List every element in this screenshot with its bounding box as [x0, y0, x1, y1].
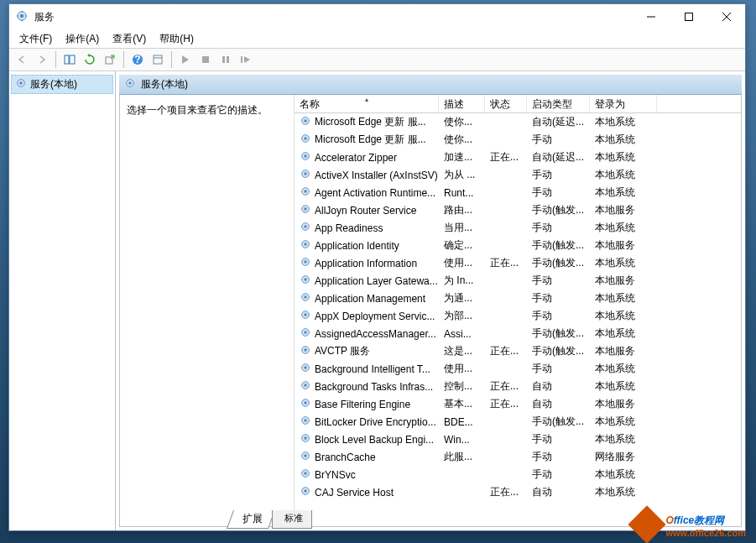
help-button[interactable]: ? [128, 50, 147, 69]
service-row[interactable]: Application Layer Gatewa...为 In...手动本地服务 [295, 272, 741, 290]
service-name: Application Layer Gatewa... [315, 275, 438, 287]
gear-icon [300, 397, 311, 411]
service-rows[interactable]: Microsoft Edge 更新 服...使你...自动(延迟...本地系统M… [295, 113, 741, 526]
service-name: Block Level Backup Engi... [315, 434, 434, 446]
service-desc: 使用... [439, 362, 485, 376]
service-startup: 手动(触发... [527, 415, 590, 429]
service-logon: 本地系统 [590, 415, 657, 429]
col-logon[interactable]: 登录为 [590, 95, 657, 112]
svg-point-26 [304, 119, 307, 123]
service-desc: 当用... [439, 221, 485, 235]
services-window: 服务 文件(F) 操作(A) 查看(V) 帮助(H) ? 服务(本地) [8, 3, 746, 531]
service-row[interactable]: BitLocker Drive Encryptio...BDE...手动(触发.… [295, 413, 741, 431]
gear-icon [300, 344, 311, 358]
service-logon: 本地服务 [590, 344, 657, 358]
service-desc: 使用... [439, 256, 485, 270]
service-status: 正在... [485, 150, 527, 164]
service-logon: 本地服务 [590, 238, 657, 253]
service-row[interactable]: BrYNSvc手动本地系统 [295, 466, 741, 483]
tab-extended[interactable]: 扩展 [227, 510, 275, 529]
service-desc: 路由... [439, 203, 485, 217]
service-row[interactable]: Background Intelligent T...使用...手动本地系统 [295, 360, 741, 378]
service-startup: 手动 [527, 133, 590, 147]
service-name: Application Information [315, 258, 417, 269]
svg-point-58 [304, 401, 307, 405]
show-hide-tree-button[interactable] [60, 50, 79, 69]
service-name: Background Intelligent T... [315, 363, 430, 375]
tab-standard[interactable]: 标准 [272, 510, 312, 529]
restart-service-button[interactable] [237, 50, 255, 69]
gear-icon [300, 467, 311, 482]
service-row[interactable]: Accelerator Zipper加速...正在...自动(延迟...本地系统 [295, 149, 741, 166]
detail-header-title: 服务(本地) [141, 77, 188, 91]
service-startup: 手动 [527, 432, 590, 446]
service-desc: Runt... [439, 187, 485, 199]
properties-button[interactable] [149, 50, 167, 69]
gear-icon [300, 274, 311, 288]
service-name: Accelerator Zipper [315, 152, 397, 164]
start-service-button[interactable] [176, 50, 195, 69]
service-desc: 加速... [439, 150, 485, 164]
service-row[interactable]: Agent Activation Runtime...Runt...手动本地系统 [295, 184, 741, 201]
gear-icon [300, 221, 311, 235]
service-row[interactable]: Microsoft Edge 更新 服...使你...手动本地系统 [295, 131, 741, 149]
service-name: BranchCache [315, 452, 376, 463]
col-desc[interactable]: 描述 [439, 95, 485, 112]
tab-extended-label: 扩展 [242, 512, 263, 526]
menu-action[interactable]: 操作(A) [59, 30, 106, 48]
minimize-button[interactable] [632, 5, 670, 29]
svg-point-34 [304, 190, 307, 193]
back-button[interactable] [13, 50, 31, 69]
menu-help[interactable]: 帮助(H) [153, 30, 201, 48]
service-row[interactable]: App Readiness当用...手动本地系统 [295, 219, 741, 237]
service-startup: 手动 [527, 309, 590, 323]
service-row[interactable]: Application Management为通...手动本地系统 [295, 290, 741, 307]
svg-point-56 [304, 384, 307, 387]
watermark-logo [628, 505, 666, 543]
maximize-button[interactable] [670, 5, 707, 29]
pause-service-button[interactable] [216, 50, 235, 69]
service-row[interactable]: AppX Deployment Servic...为部...手动本地系统 [295, 307, 741, 325]
service-row[interactable]: Microsoft Edge 更新 服...使你...自动(延迟...本地系统 [295, 113, 741, 131]
service-startup: 手动(触发... [527, 203, 590, 217]
menu-file[interactable]: 文件(F) [13, 30, 59, 48]
service-row[interactable]: ActiveX Installer (AxInstSV)为从 ...手动本地系统 [295, 166, 741, 184]
col-name[interactable]: 名称▴ [295, 95, 439, 112]
service-row[interactable]: AllJoyn Router Service路由...手动(触发...本地服务 [295, 201, 741, 219]
svg-point-1 [20, 14, 23, 18]
gear-icon [300, 309, 311, 323]
service-logon: 本地服务 [590, 397, 657, 411]
tree-pane[interactable]: 服务(本地) [9, 71, 116, 530]
service-row[interactable]: CAJ Service Host正在...自动本地系统 [295, 483, 741, 501]
menu-view[interactable]: 查看(V) [106, 30, 153, 48]
service-row[interactable]: Block Level Backup Engi...Win...手动本地系统 [295, 431, 741, 448]
service-desc: 确定... [439, 238, 485, 253]
service-row[interactable]: Background Tasks Infras...控制...正在...自动本地… [295, 378, 741, 395]
service-row[interactable]: Application Identity确定...手动(触发...本地服务 [295, 237, 741, 254]
service-desc: Assi... [439, 328, 485, 340]
svg-point-36 [304, 207, 307, 211]
service-row[interactable]: Application Information使用...正在...手动(触发..… [295, 254, 741, 272]
service-row[interactable]: AssignedAccessManager...Assi...手动(触发...本… [295, 325, 741, 342]
service-row[interactable]: AVCTP 服务这是...正在...手动(触发...本地服务 [295, 342, 741, 360]
service-startup: 手动 [527, 467, 590, 482]
titlebar[interactable]: 服务 [9, 4, 745, 29]
refresh-button[interactable] [81, 50, 99, 69]
service-status: 正在... [485, 397, 527, 411]
svg-point-50 [304, 331, 307, 334]
col-startup[interactable]: 启动类型 [527, 95, 590, 112]
svg-point-48 [304, 313, 307, 316]
stop-service-button[interactable] [196, 50, 215, 69]
gear-icon [300, 150, 311, 164]
svg-rect-18 [222, 56, 225, 63]
forward-button[interactable] [33, 50, 51, 69]
close-button[interactable] [707, 5, 745, 29]
export-button[interactable] [101, 50, 119, 69]
tree-item-services-local[interactable]: 服务(本地) [11, 75, 113, 94]
col-status[interactable]: 状态 [485, 95, 527, 112]
gear-icon [300, 133, 311, 147]
service-startup: 自动(延迟... [527, 150, 590, 164]
service-row[interactable]: Base Filtering Engine基本...正在...自动本地服务 [295, 395, 741, 413]
svg-point-46 [304, 295, 307, 299]
service-row[interactable]: BranchCache此服...手动网络服务 [295, 448, 741, 466]
